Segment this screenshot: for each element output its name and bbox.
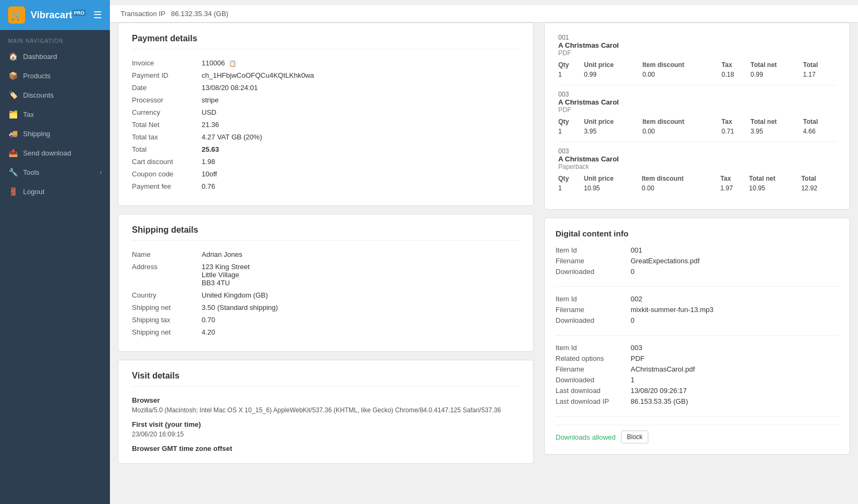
logout-icon: 🚪	[8, 187, 18, 196]
table-row: 1 3.95 0.00 0.71 3.95 4.66	[558, 127, 836, 136]
table-row: 1 0.99 0.00 0.18 0.99 1.17	[558, 70, 836, 79]
sidebar-item-label: Tax	[23, 110, 34, 118]
tax-icon: 🗂️	[8, 110, 18, 118]
shipping-details-card: Shipping details Name Adrian Jones Addre…	[118, 214, 534, 352]
sidebar-header: 🛒 VibracartPRO ☰	[0, 0, 110, 30]
digital-content-title: Digital content info	[556, 229, 839, 238]
detail-row-shipping-tax: Shipping tax 0.70	[132, 316, 520, 324]
transaction-ip-label: Transaction IP	[121, 10, 165, 18]
payment-details-card: Payment details Invoice 110006 📋 Payment…	[118, 23, 534, 206]
sidebar: 🛒 VibracartPRO ☰ MAIN NAVIGATION 🏠 Dashb…	[0, 0, 110, 504]
digital-row-downloaded-1: Downloaded 0	[556, 268, 839, 276]
detail-row-total-tax: Total tax 4.27 VAT GB (20%)	[132, 133, 520, 141]
downloads-allowed-label: Downloads allowed	[556, 433, 616, 441]
order-item-name-1: A Christmas Carol	[558, 41, 836, 49]
dashboard-icon: 🏠	[8, 52, 18, 61]
visit-details-body: Visit details Browser Mozilla/5.0 (Macin…	[119, 360, 533, 463]
order-item-name-2: A Christmas Carol	[558, 98, 836, 106]
browser-label: Browser	[132, 396, 520, 404]
order-item-1: 001 A Christmas Carol PDF Qty Unit price…	[558, 28, 836, 85]
detail-row-country: Country United Kingdom (GB)	[132, 291, 520, 299]
send-download-icon: 📤	[8, 149, 18, 157]
order-item-id-1: 001	[558, 34, 836, 41]
sidebar-item-label: Products	[23, 72, 50, 80]
detail-row-cart-discount: Cart discount 1.98	[132, 158, 520, 166]
visit-details-card: Visit details Browser Mozilla/5.0 (Macin…	[118, 360, 534, 464]
payment-details-title: Payment details	[132, 34, 520, 49]
detail-row-name: Name Adrian Jones	[132, 250, 520, 258]
order-item-variant-1: PDF	[558, 49, 836, 57]
products-icon: 📦	[8, 71, 18, 80]
browser-value: Mozilla/5.0 (Macintosh; Intel Mac OS X 1…	[132, 406, 520, 414]
digital-row-item-id-3: Item Id 003	[556, 344, 839, 352]
digital-content-card: Digital content info Item Id 001 Filenam…	[544, 218, 850, 455]
digital-row-filename-1: Filename GreatExpectations.pdf	[556, 257, 839, 265]
order-item-id-2: 003	[558, 91, 836, 98]
detail-row-invoice: Invoice 110006 📋	[132, 59, 520, 67]
brand-logo: 🛒	[8, 6, 25, 24]
digital-row-item-id-2: Item Id 002	[556, 295, 839, 303]
gmt-offset-label: Browser GMT time zone offset	[132, 444, 520, 453]
digital-row-last-download-ip: Last download IP 86.153.53.35 (GB)	[556, 397, 839, 405]
detail-row-coupon-code: Coupon code 10off	[132, 170, 520, 178]
detail-row-total-net: Total Net 21.36	[132, 121, 520, 129]
brand-name: VibracartPRO	[31, 10, 86, 21]
detail-row-shipping-net-2: Shipping net 4.20	[132, 328, 520, 336]
shipping-details-title: Shipping details	[132, 225, 520, 241]
detail-row-date: Date 13/08/20 08:24:01	[132, 84, 520, 92]
order-item-id-3: 003	[558, 147, 836, 155]
downloads-allowed-row: Downloads allowed Block	[556, 425, 839, 443]
digital-row-item-id-1: Item Id 001	[556, 246, 839, 254]
digital-row-filename-2: Filename mixkit-summer-fun-13.mp3	[556, 306, 839, 314]
sidebar-item-label: Dashboard	[23, 53, 57, 61]
discounts-icon: 🏷️	[8, 91, 18, 99]
detail-row-total: Total 25.63	[132, 145, 520, 153]
sidebar-item-shipping[interactable]: 🚚 Shipping	[0, 124, 110, 143]
order-item-variant-3: Paperback	[558, 163, 836, 171]
shipping-details-body: Shipping details Name Adrian Jones Addre…	[119, 214, 533, 351]
nav-label: MAIN NAVIGATION	[0, 30, 110, 47]
payment-details-body: Payment details Invoice 110006 📋 Payment…	[119, 23, 533, 205]
main-content: Transaction IP 86.132.35.34 (GB) Payment…	[110, 0, 858, 504]
hamburger-icon[interactable]: ☰	[93, 9, 102, 21]
sidebar-item-tax[interactable]: 🗂️ Tax	[0, 105, 110, 124]
sidebar-item-discounts[interactable]: 🏷️ Discounts	[0, 85, 110, 105]
copy-icon[interactable]: 📋	[229, 60, 236, 66]
digital-row-related-options-3: Related options PDF	[556, 354, 839, 362]
sidebar-item-label: Logout	[23, 188, 45, 196]
sidebar-item-label: Tools	[23, 168, 39, 176]
order-item-table-1: Qty Unit price Item discount Tax Total n…	[558, 60, 836, 79]
first-visit-label: First visit (your time)	[132, 420, 520, 428]
order-item-table-2: Qty Unit price Item discount Tax Total n…	[558, 117, 836, 136]
digital-row-downloaded-2: Downloaded 0	[556, 316, 839, 324]
order-item-table-3: Qty Unit price Item discount Tax Total n…	[558, 174, 836, 193]
digital-item-1: Item Id 001 Filename GreatExpectations.p…	[556, 246, 839, 287]
order-item-variant-2: PDF	[558, 106, 836, 114]
left-panel: Payment details Invoice 110006 📋 Payment…	[110, 23, 542, 480]
sidebar-item-send-download[interactable]: 📤 Send download	[0, 143, 110, 162]
sidebar-item-label: Send download	[23, 149, 71, 157]
detail-row-processor: Processor stripe	[132, 96, 520, 104]
block-button[interactable]: Block	[621, 431, 648, 443]
visit-details-title: Visit details	[132, 371, 520, 387]
order-items-card: 001 A Christmas Carol PDF Qty Unit price…	[544, 23, 850, 210]
sidebar-item-dashboard[interactable]: 🏠 Dashboard	[0, 47, 110, 66]
sidebar-item-tools[interactable]: 🔧 Tools ‹	[0, 162, 110, 182]
detail-row-address: Address 123 King StreetLittle VillageBB3…	[132, 263, 520, 287]
digital-row-filename-3: Filename AChristmasCarol.pdf	[556, 365, 839, 373]
transaction-bar: Transaction IP 86.132.35.34 (GB)	[110, 5, 858, 23]
tools-icon: 🔧	[8, 168, 18, 176]
order-item-2: 003 A Christmas Carol PDF Qty Unit price…	[558, 85, 836, 142]
digital-row-downloaded-3: Downloaded 1	[556, 376, 839, 384]
transaction-ip-value: 86.132.35.34 (GB)	[171, 10, 228, 18]
sidebar-item-products[interactable]: 📦 Products	[0, 66, 110, 85]
table-row: 1 10.95 0.00 1.97 10.95 12.92	[558, 183, 836, 193]
detail-row-currency: Currency USD	[132, 108, 520, 116]
detail-row-payment-id: Payment ID ch_1HFbjwCoOFQCu4KQtLKhk0wa	[132, 71, 520, 79]
right-panel: 001 A Christmas Carol PDF Qty Unit price…	[542, 23, 858, 480]
digital-item-2: Item Id 002 Filename mixkit-summer-fun-1…	[556, 295, 839, 336]
sidebar-item-label: Discounts	[23, 91, 54, 99]
sidebar-item-label: Shipping	[23, 130, 50, 138]
order-item-name-3: A Christmas Carol	[558, 155, 836, 163]
sidebar-item-logout[interactable]: 🚪 Logout	[0, 182, 110, 201]
